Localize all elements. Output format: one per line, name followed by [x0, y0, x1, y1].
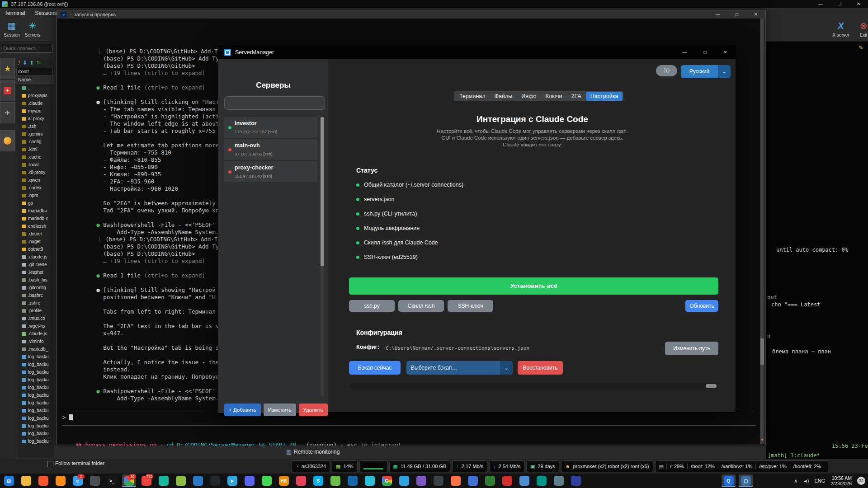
start[interactable]: ⊞	[2, 474, 16, 487]
sidebar-tab-sessions[interactable]: ✈	[0, 102, 15, 123]
server-card[interactable]: proxy-checker 161.97.118.40 [ssh]	[224, 161, 317, 182]
file-row[interactable]: log_backu	[15, 384, 54, 391]
file-row[interactable]: .git-crede	[15, 261, 54, 268]
tab[interactable]: Файлы	[490, 92, 517, 101]
file-row[interactable]: .bashrc	[15, 291, 54, 299]
discord[interactable]	[242, 474, 256, 487]
quick-connect-input[interactable]	[1, 44, 52, 53]
file-row[interactable]: .zshrc	[15, 299, 54, 307]
red-app[interactable]	[500, 474, 514, 487]
file-row[interactable]: .mariadb_	[15, 345, 54, 353]
green-app-2[interactable]	[483, 474, 497, 487]
backup-select[interactable]: Выберите бэкап… ⌄	[406, 361, 513, 375]
change-path-button[interactable]: Изменить путь	[665, 342, 718, 355]
minimize-icon[interactable]: —	[708, 10, 727, 19]
notepad-plus[interactable]	[174, 474, 188, 487]
whatsapp[interactable]	[259, 474, 274, 487]
blue-app-2[interactable]	[466, 474, 480, 487]
file-row[interactable]: .profile	[15, 307, 54, 314]
file-row[interactable]: .kimi	[15, 145, 54, 153]
file-row[interactable]: .bash_his	[15, 276, 54, 284]
taskbar-clock[interactable]: 10:56 AM 2/23/2026	[830, 475, 852, 486]
file-row[interactable]: dotnet9	[15, 245, 54, 253]
tab[interactable]: Ключи	[541, 92, 566, 101]
minimize-icon[interactable]: —	[675, 46, 695, 59]
teal-app[interactable]	[156, 474, 170, 487]
file-row[interactable]: .dotnet	[15, 230, 54, 238]
file-row[interactable]: .cache	[15, 153, 54, 161]
file-row[interactable]: go	[15, 199, 54, 207]
heidisql[interactable]: HS	[277, 474, 291, 487]
tab[interactable]: Инфо	[517, 92, 541, 101]
file-explorer[interactable]	[19, 474, 33, 487]
green-app[interactable]	[328, 474, 342, 487]
google[interactable]: G	[380, 474, 394, 487]
component-chip-button[interactable]: Скилл /ssh	[398, 300, 444, 312]
component-chip-button[interactable]: ssh.py	[349, 300, 395, 312]
file-row[interactable]: mariadb-i	[15, 207, 54, 215]
restore-button[interactable]: Восстановить	[518, 361, 563, 375]
scrollbar-thumb[interactable]	[321, 117, 324, 266]
file-row[interactable]: ai-proxy-	[15, 115, 54, 122]
menu-item[interactable]: Sessions	[35, 10, 57, 16]
terminal-app[interactable]: >_	[105, 474, 119, 487]
file-row[interactable]: .di-proxy	[15, 169, 54, 176]
close-icon[interactable]: ✕	[715, 46, 736, 59]
blue-app[interactable]	[345, 474, 359, 487]
minimize-icon[interactable]: —	[811, 0, 830, 8]
server-search-input[interactable]	[224, 96, 325, 110]
file-row[interactable]: .lesshst	[15, 268, 54, 276]
file-row[interactable]: log_backu	[15, 437, 54, 445]
download-icon[interactable]: ⬇	[23, 60, 27, 66]
file-row[interactable]: .wget-hs	[15, 322, 54, 330]
edge[interactable]: e 2	[71, 474, 85, 487]
pink-app[interactable]	[294, 474, 308, 487]
servers-button[interactable]: ✳ Servers	[22, 19, 43, 41]
pencil-icon[interactable]: ✎	[859, 44, 863, 51]
maximize-icon[interactable]: □	[727, 10, 746, 19]
slate-app[interactable]	[552, 474, 566, 487]
folder-up-icon[interactable]: ⤴	[18, 60, 20, 66]
remote-monitoring-label[interactable]: Remote monitoring	[294, 449, 340, 455]
file-row[interactable]: .claude.js	[15, 330, 54, 338]
file-row[interactable]: .codex	[15, 184, 54, 192]
scrollbar-thumb[interactable]	[760, 338, 764, 365]
server-card[interactable]: main-ovh 37.187.136.86 [ssh]	[224, 139, 317, 160]
horizontal-scrollbar[interactable]	[349, 383, 718, 389]
file-row[interactable]: log_backu	[15, 430, 54, 437]
server-card[interactable]: investor 173.212.212.157 [ssh]	[224, 117, 317, 138]
blue-app-3[interactable]	[517, 474, 531, 487]
maximize-icon[interactable]: □	[695, 46, 715, 59]
follow-folder-checkbox[interactable]	[47, 461, 53, 467]
quick-assist[interactable]: Q	[722, 474, 736, 487]
install-all-button[interactable]: Установить всё	[349, 277, 718, 295]
gray-app[interactable]	[431, 474, 445, 487]
file-row[interactable]: log_backu	[15, 399, 54, 407]
file-row[interactable]: log_backu	[15, 391, 54, 399]
telegram[interactable]: ➤	[225, 474, 239, 487]
path-field[interactable]: /root/	[16, 68, 53, 75]
terminal-scrollbar[interactable]	[760, 19, 764, 444]
component-chip-button[interactable]: SSH-ключ	[448, 300, 493, 312]
file-row[interactable]: log_backu	[15, 361, 54, 368]
file-row[interactable]: .gitconfig	[15, 284, 54, 291]
exit-button[interactable]: ⊗ Exit	[854, 19, 868, 41]
close-icon[interactable]: ✕	[849, 0, 868, 8]
prompt-row[interactable]: >	[62, 414, 73, 421]
server-list-scrollbar[interactable]	[321, 117, 324, 396]
language-dropdown[interactable]: Русский ⌄	[681, 65, 731, 78]
language-indicator[interactable]: ENG	[814, 478, 825, 483]
server-action-button[interactable]: Удалить	[299, 404, 328, 416]
tab[interactable]: Терминал	[455, 92, 490, 101]
file-row[interactable]: log_backu	[15, 422, 54, 430]
maximize-icon[interactable]: ❐	[830, 0, 849, 8]
file-row[interactable]: .claude.js	[15, 253, 54, 261]
volume-icon[interactable]: ◄)	[803, 479, 809, 483]
skype[interactable]: S	[311, 474, 325, 487]
session-button[interactable]: ▦ Session	[1, 19, 23, 41]
sidebar-tab-favorites[interactable]: ★	[0, 58, 15, 79]
cyan-app[interactable]	[363, 474, 377, 487]
server-manager-app[interactable]: ▢	[739, 474, 753, 487]
file-row[interactable]: .local	[15, 161, 54, 169]
file-row[interactable]: log_backu	[15, 376, 54, 384]
